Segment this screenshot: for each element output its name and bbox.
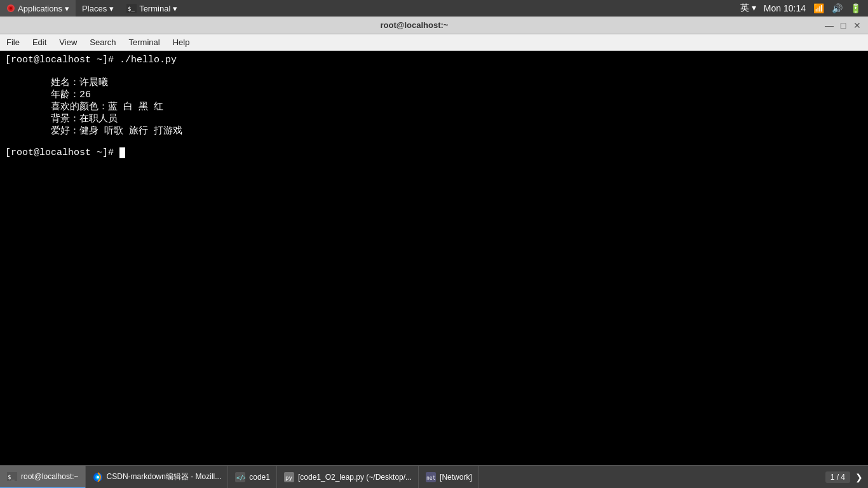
svg-text:</>: </>: [236, 475, 245, 481]
svg-point-2: [10, 7, 12, 10]
menu-file[interactable]: File: [0, 34, 26, 51]
battery-icon[interactable]: 🔋: [848, 3, 863, 13]
applications-menu[interactable]: Applications ▾: [0, 0, 76, 17]
terminal-content[interactable]: [root@localhost ~]# ./hello.py 姓名：许晨曦 年龄…: [0, 51, 868, 473]
terminal-menu[interactable]: $_ Terminal ▾: [120, 0, 184, 17]
output-line-3: 年龄：26: [5, 90, 91, 100]
places-chevron: ▾: [109, 4, 114, 13]
taskbar-item-firefox[interactable]: CSDN-markdown编辑器 - Mozill...: [86, 466, 229, 489]
output-line-4: 喜欢的颜色：蓝 白 黑 红: [5, 102, 163, 112]
menu-view[interactable]: View: [53, 34, 83, 51]
maximize-button[interactable]: □: [837, 20, 849, 31]
title-bar: root@localhost:~ — □ ✕: [0, 17, 868, 34]
terminal-icon: $_: [126, 4, 137, 13]
taskbar-item-code1-edit[interactable]: py [code1_O2_leap.py (~/Desktop/...: [277, 466, 419, 489]
edit-file-icon: py: [284, 472, 294, 482]
taskbar-next-page[interactable]: ❯: [855, 472, 863, 482]
taskbar-code1-label: code1: [249, 473, 270, 482]
applications-label: Applications: [18, 4, 62, 13]
output-line-0: [root@localhost ~]# ./hello.py: [5, 55, 177, 65]
volume-icon[interactable]: 🔊: [830, 3, 844, 13]
minimize-button[interactable]: —: [824, 20, 835, 31]
top-bar-left: Applications ▾ Places ▾ $_ Terminal ▾: [0, 0, 184, 17]
menu-search[interactable]: Search: [83, 34, 122, 51]
page-indicator: 1 / 4: [825, 471, 850, 483]
firefox-icon: [93, 472, 103, 482]
terminal-label: Terminal: [139, 4, 170, 13]
terminal-window: root@localhost:~ — □ ✕ File Edit View Se…: [0, 17, 868, 473]
taskbar-network-icon: net: [425, 471, 437, 483]
svg-point-9: [97, 476, 99, 478]
close-button[interactable]: ✕: [851, 20, 863, 31]
prompt-line: [root@localhost ~]#: [5, 147, 119, 158]
taskbar-code-icon: </>: [234, 471, 246, 483]
time-display: Mon 10:14: [762, 3, 808, 13]
applications-icon: [6, 4, 15, 13]
cursor: [119, 147, 125, 158]
taskbar-item-terminal[interactable]: $_ root@localhost:~: [0, 466, 86, 489]
taskbar: $_ root@localhost:~ CSDN-markdown编辑器 - M…: [0, 465, 868, 488]
svg-text:net: net: [426, 475, 436, 481]
output-line-2: 姓名：许晨曦: [5, 78, 108, 88]
terminal-chevron: ▾: [173, 4, 177, 13]
taskbar-item-code1[interactable]: </> code1: [228, 466, 277, 489]
taskbar-firefox-label: CSDN-markdown编辑器 - Mozill...: [107, 471, 222, 482]
taskbar-terminal-label: root@localhost:~: [21, 472, 79, 481]
code-icon: </>: [235, 472, 245, 482]
top-bar: Applications ▾ Places ▾ $_ Terminal ▾ 英 …: [0, 0, 868, 17]
taskbar-item-network[interactable]: net [Network]: [419, 466, 479, 489]
svg-text:$_: $_: [8, 474, 15, 480]
svg-text:$_: $_: [128, 6, 135, 12]
places-menu[interactable]: Places ▾: [76, 0, 120, 17]
taskbar-edit-icon: py: [283, 471, 295, 483]
taskbar-firefox-icon: [92, 471, 104, 483]
menu-terminal[interactable]: Terminal: [123, 34, 166, 51]
svg-text:py: py: [285, 475, 292, 481]
title-bar-controls: — □ ✕: [824, 20, 863, 31]
taskbar-terminal-icon: $_: [6, 471, 18, 482]
output-line-6: 爱好：健身 听歌 旅行 打游戏: [5, 126, 182, 137]
output-line-5: 背景：在职人员: [5, 114, 118, 125]
places-label: Places: [82, 4, 107, 13]
terminal-taskbar-icon: $_: [7, 472, 17, 481]
network-icon: net: [426, 472, 436, 482]
taskbar-code1-edit-label: [code1_O2_leap.py (~/Desktop/...: [298, 473, 412, 482]
taskbar-right: 1 / 4 ❯: [820, 471, 868, 483]
applications-chevron: ▾: [65, 4, 69, 13]
taskbar-network-label: [Network]: [440, 473, 472, 482]
title-bar-title: root@localhost:~: [5, 20, 824, 30]
wifi-icon[interactable]: 📶: [811, 3, 826, 13]
top-bar-right: 英 ▾ Mon 10:14 📶 🔊 🔋: [738, 3, 868, 14]
lang-selector[interactable]: 英 ▾: [738, 3, 758, 14]
menu-help[interactable]: Help: [166, 34, 196, 51]
menu-bar: File Edit View Search Terminal Help: [0, 34, 868, 51]
menu-edit[interactable]: Edit: [26, 34, 53, 51]
